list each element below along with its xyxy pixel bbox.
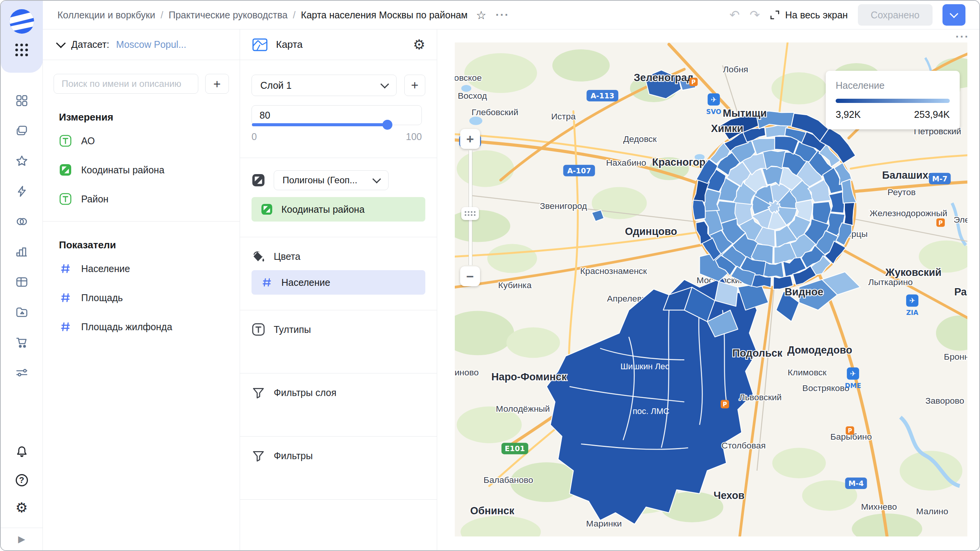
- expand-rail-icon[interactable]: ▶: [18, 534, 25, 544]
- datalens-logo[interactable]: [10, 9, 34, 34]
- field-label: Район: [81, 194, 108, 205]
- field-population[interactable]: Население: [54, 254, 229, 283]
- map-city-label: Дедовск: [623, 134, 657, 144]
- save-dropdown-button[interactable]: [942, 4, 965, 26]
- collections-icon[interactable]: [15, 124, 28, 137]
- layer-select-value: Слой 1: [260, 80, 292, 91]
- undo-icon[interactable]: ↶: [729, 8, 740, 22]
- map-city-label: Львовский: [739, 392, 782, 402]
- number-type-icon: [59, 262, 72, 275]
- add-layer-button[interactable]: +: [404, 75, 425, 96]
- map-area: ···: [437, 29, 979, 550]
- district-polygon[interactable]: [693, 200, 705, 220]
- divider: [240, 310, 437, 310]
- field-coords[interactable]: Коодинаты района: [54, 155, 229, 184]
- rail-station-marker: Р: [689, 78, 698, 86]
- geopolygon-section-icon: [252, 173, 265, 187]
- map-city-label: пос. ЛМС: [633, 406, 670, 416]
- topbar: Коллекции и воркбуки / Практические руко…: [43, 1, 979, 29]
- road-shield: М-7: [929, 173, 951, 184]
- geotype-value: Полигоны (Геоп...: [283, 175, 357, 186]
- chip-label: Коодинаты района: [281, 204, 364, 215]
- district-polygon[interactable]: [829, 192, 844, 213]
- map-more-icon[interactable]: ···: [956, 30, 969, 43]
- rail-station-marker: Р: [936, 218, 945, 227]
- breadcrumb-guides[interactable]: Практические руководства: [168, 10, 287, 21]
- marketplace-cart-icon[interactable]: [15, 336, 28, 349]
- number-type-icon: [59, 291, 72, 304]
- paint-bucket-icon: [252, 249, 265, 263]
- favorite-star-icon[interactable]: ☆: [476, 8, 487, 22]
- tooltips-section[interactable]: Тултипы: [252, 323, 425, 336]
- collapse-chevron-icon[interactable]: [56, 38, 65, 48]
- field-label: Площадь: [81, 292, 123, 303]
- left-rail: ? ⚙ ▶: [1, 1, 43, 550]
- zoom-out-button[interactable]: −: [460, 266, 480, 286]
- airport-marker: ✈ZIA: [906, 294, 919, 316]
- dashboards-icon[interactable]: [15, 94, 28, 107]
- datasets-icon[interactable]: [15, 276, 28, 289]
- measures-title: Показатели: [59, 239, 229, 251]
- chart-settings-gear-icon[interactable]: ⚙: [413, 38, 425, 52]
- tooltip-type-icon: [252, 323, 265, 336]
- field-housing-area[interactable]: Площадь жилфонда: [54, 312, 229, 341]
- geopolygon-field-chip[interactable]: Коодинаты района: [252, 197, 425, 222]
- settings-gear-icon[interactable]: ⚙: [15, 501, 28, 515]
- opacity-value: 80: [260, 110, 270, 121]
- opacity-input[interactable]: 80: [252, 105, 422, 125]
- map-city-label: Балабаново: [483, 475, 533, 485]
- favorites-icon[interactable]: [15, 155, 28, 168]
- opacity-knob[interactable]: [382, 120, 392, 130]
- field-ao[interactable]: АО: [54, 126, 229, 155]
- legend-min: 3,92K: [836, 109, 861, 120]
- fullscreen-button[interactable]: На весь экран: [770, 10, 848, 21]
- map-city-label: Железнодорожный: [870, 208, 947, 218]
- storage-folder-icon[interactable]: [15, 306, 28, 319]
- notifications-bell-icon[interactable]: [15, 445, 28, 460]
- tooltips-section-title: Тултипы: [274, 324, 311, 335]
- zoom-slider-handle[interactable]: [461, 207, 479, 220]
- layer-select[interactable]: Слой 1: [252, 75, 397, 96]
- map-city-label: Видное: [785, 286, 823, 298]
- layer-filters-section[interactable]: Фильтры слоя: [252, 386, 425, 399]
- legend-gradient: [836, 99, 950, 103]
- apps-grid-icon[interactable]: [15, 44, 28, 56]
- map-city-label: Краснознаменск: [580, 266, 647, 276]
- opacity-min: 0: [252, 131, 257, 142]
- number-type-icon: [261, 276, 273, 289]
- services-sliders-icon[interactable]: [15, 366, 28, 379]
- redo-icon[interactable]: ↷: [750, 8, 760, 22]
- map-city-label: Балашиха: [882, 170, 934, 181]
- legend-title: Население: [836, 80, 950, 91]
- chart-bars-icon[interactable]: [15, 245, 28, 258]
- saved-button[interactable]: Сохранено: [858, 4, 933, 26]
- opacity-max: 100: [406, 131, 422, 142]
- map-canvas[interactable]: КрасногорскОдинцовоЛюберцыАпрелевкаМоско…: [455, 42, 967, 536]
- svg-text:Р: Р: [939, 220, 943, 227]
- divider: [240, 158, 437, 158]
- more-actions-icon[interactable]: ···: [495, 8, 509, 21]
- zoom-in-button[interactable]: +: [460, 129, 480, 149]
- map-city-label: Подольск: [732, 347, 782, 359]
- map-city-label: Молодёжный: [496, 404, 550, 414]
- colors-field-chip[interactable]: Население: [252, 270, 425, 295]
- dimensions-title: Измерения: [59, 111, 229, 123]
- map-city-label: Лыткарино: [868, 277, 913, 287]
- geotype-select[interactable]: Полигоны (Геоп...: [274, 170, 389, 190]
- dataset-name-link[interactable]: Moscow Popul...: [116, 39, 186, 50]
- field-district[interactable]: Район: [54, 184, 229, 214]
- district-polygon[interactable]: [844, 202, 854, 225]
- field-search-input[interactable]: [54, 74, 198, 94]
- charts-flash-icon[interactable]: [15, 185, 28, 198]
- svg-text:М-7: М-7: [932, 174, 947, 183]
- funnel-icon: [252, 386, 265, 399]
- opacity-track[interactable]: [252, 123, 387, 126]
- help-icon[interactable]: ?: [16, 474, 28, 486]
- breadcrumb: Коллекции и воркбуки / Практические руко…: [57, 10, 468, 21]
- map-city-label: Истра: [551, 111, 576, 121]
- add-field-button[interactable]: +: [205, 74, 229, 94]
- field-area[interactable]: Площадь: [54, 283, 229, 312]
- connections-icon[interactable]: [15, 215, 28, 228]
- breadcrumb-collections[interactable]: Коллекции и воркбуки: [57, 10, 155, 21]
- filters-section[interactable]: Фильтры: [252, 449, 425, 463]
